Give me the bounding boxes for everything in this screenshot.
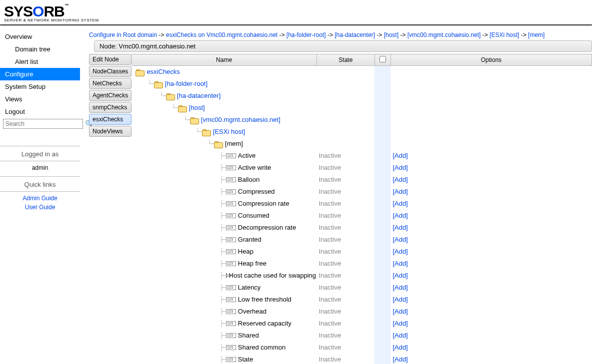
add-link[interactable]: [Add] — [392, 320, 408, 327]
numeric-icon — [226, 309, 236, 314]
folder-icon — [178, 104, 187, 111]
search-input[interactable] — [3, 119, 83, 129]
nav-domain-tree[interactable]: Domain tree — [0, 43, 80, 55]
add-link[interactable]: [Add] — [392, 224, 408, 231]
numeric-icon — [226, 189, 236, 194]
folder-icon — [166, 92, 175, 99]
nav-overview[interactable]: Overview — [0, 30, 80, 43]
state-cell: Inactive — [316, 198, 374, 210]
numeric-icon — [226, 357, 236, 362]
tab-esxi-checks[interactable]: esxiChecks — [89, 114, 132, 125]
state-cell: Inactive — [316, 258, 374, 270]
crumb-sep: -> — [375, 31, 384, 38]
crumb-3[interactable]: [ha-datacenter] — [334, 31, 375, 38]
numeric-icon — [226, 237, 236, 242]
logo-tm: ™ — [64, 3, 68, 8]
add-link[interactable]: [Add] — [392, 356, 408, 363]
crumb-1[interactable]: esxiChecks on Vmc00.mgmt.cohaesio.net — [166, 31, 278, 38]
logged-in-head: Logged in as — [0, 148, 80, 160]
nav-configure[interactable]: Configure — [0, 68, 80, 80]
tree-leaf: Reserved capacity — [238, 320, 292, 327]
logged-in-user: admin — [0, 163, 80, 172]
nav-system-setup[interactable]: System Setup — [0, 80, 80, 93]
numeric-icon — [226, 165, 236, 170]
add-link[interactable]: [Add] — [392, 284, 408, 291]
add-link[interactable]: [Add] — [392, 296, 408, 303]
tree-leaf: Granted — [238, 236, 262, 243]
crumb-6[interactable]: [ESXi host] — [490, 31, 519, 38]
crumb-0[interactable]: Configure in Root domain — [89, 31, 157, 38]
numeric-icon — [226, 261, 236, 266]
add-link[interactable]: [Add] — [392, 152, 408, 159]
state-cell: Inactive — [316, 354, 374, 364]
add-link[interactable]: [Add] — [392, 308, 408, 315]
add-link[interactable]: [Add] — [392, 344, 408, 351]
tree-leaf: Active write — [238, 164, 271, 171]
add-link[interactable]: [Add] — [392, 188, 408, 195]
state-cell: Inactive — [316, 222, 374, 234]
crumb-2[interactable]: [ha-folder-root] — [286, 31, 326, 38]
nav-logout[interactable]: Logout — [0, 105, 80, 118]
tree-branch[interactable]: [host] — [189, 104, 205, 111]
add-link[interactable]: [Add] — [392, 200, 408, 207]
divider — [0, 24, 592, 25]
check-table: Name State Options esxiChecks└─[ha-folde… — [132, 54, 592, 364]
tree-leaf: Compressed — [238, 188, 275, 195]
tab-node-views[interactable]: NodeViews — [89, 126, 132, 137]
col-state: State — [316, 54, 374, 66]
crumb-4[interactable]: [host] — [384, 31, 398, 38]
logo-pre: SYS — [4, 3, 32, 19]
tree-leaf: Shared common — [238, 344, 286, 351]
add-link[interactable]: [Add] — [392, 332, 408, 339]
tree-branch[interactable]: [vmc00.mgmt.cohaesio.net] — [201, 116, 280, 123]
tree-leaf: Latency — [238, 284, 261, 291]
folder-icon — [190, 116, 199, 123]
add-link[interactable]: [Add] — [392, 176, 408, 183]
tree-leaf: Heap — [238, 248, 254, 255]
tree-branch[interactable]: [ESXi host] — [213, 128, 245, 135]
state-cell: Inactive — [316, 306, 374, 318]
tab-snmp-checks[interactable]: snmpChecks — [89, 102, 132, 113]
link-admin-guide[interactable]: Admin Guide — [0, 194, 80, 203]
add-link[interactable]: [Add] — [392, 236, 408, 243]
logo-mid: O — [32, 3, 44, 19]
tree-leaf: Overhead — [238, 308, 266, 315]
add-link[interactable]: [Add] — [392, 248, 408, 255]
add-link[interactable]: [Add] — [392, 260, 408, 267]
crumb-sep: -> — [278, 31, 286, 38]
select-all-checkbox[interactable] — [380, 56, 386, 62]
nav-views[interactable]: Views — [0, 93, 80, 105]
tree-leaf: State — [238, 356, 253, 363]
tab-agent-checks[interactable]: AgentChecks — [89, 90, 132, 101]
node-header: Node: Vmc00.mgmt.cohaesio.net — [94, 40, 592, 52]
tab-node-classes[interactable]: NodeClasses — [89, 66, 132, 77]
main: Configure in Root domain -> esxiChecks o… — [83, 28, 592, 364]
state-cell: Inactive — [316, 186, 374, 198]
side-tabs: Edit Node NodeClasses NetChecks AgentChe… — [89, 54, 132, 137]
state-cell: Inactive — [316, 342, 374, 354]
numeric-icon — [226, 201, 236, 206]
add-link[interactable]: [Add] — [392, 272, 408, 279]
crumb-7[interactable]: [mem] — [528, 31, 544, 38]
numeric-icon — [226, 273, 227, 278]
tree-branch[interactable]: [ha-folder-root] — [165, 80, 208, 87]
link-user-guide[interactable]: User Guide — [0, 203, 80, 212]
add-link[interactable]: [Add] — [392, 212, 408, 219]
numeric-icon — [226, 333, 236, 338]
crumb-5[interactable]: [vmc00.mgmt.cohaesio.net] — [408, 31, 481, 38]
add-link[interactable]: [Add] — [392, 164, 408, 171]
tree-leaf: Compression rate — [238, 200, 290, 207]
tab-edit-node[interactable]: Edit Node — [89, 54, 132, 65]
logo-bar: SYSORB™ SERVER & NETWORK MONITORING SYST… — [0, 0, 592, 23]
crumb-sep: -> — [326, 31, 335, 38]
state-cell: Inactive — [316, 318, 374, 330]
logo: SYSORB™ — [4, 3, 587, 20]
nav-alert-list[interactable]: Alert list — [0, 55, 80, 68]
tab-net-checks[interactable]: NetChecks — [89, 78, 132, 89]
tree-branch[interactable]: [ha-datacenter] — [177, 92, 220, 99]
tree-branch[interactable]: esxiChecks — [146, 68, 180, 75]
tree-leaf: Low free threshold — [238, 296, 292, 303]
numeric-icon — [226, 321, 236, 326]
state-cell: Inactive — [316, 210, 374, 222]
crumb-sep: -> — [157, 31, 166, 38]
